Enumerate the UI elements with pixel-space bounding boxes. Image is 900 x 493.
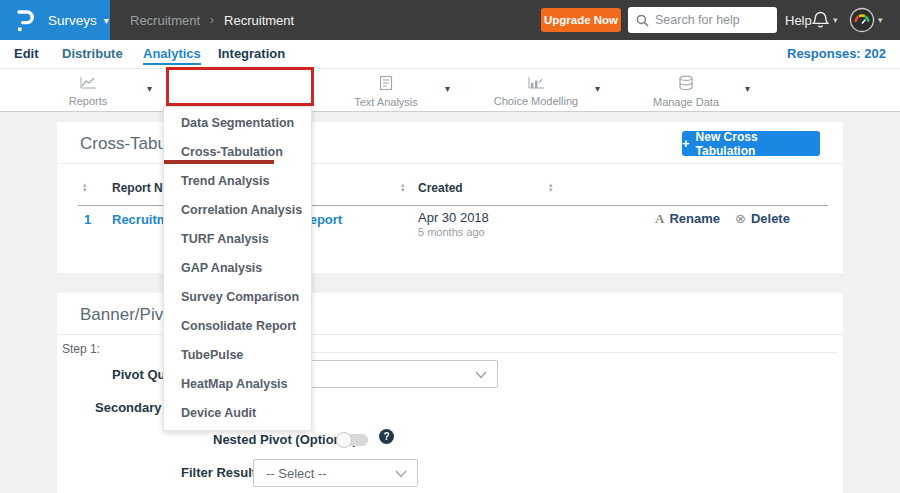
menu-item-correlation-analysis[interactable]: Correlation Analysis	[164, 196, 311, 225]
toolbar-reports-label: Reports	[69, 95, 108, 107]
sort-report-name[interactable]: ▴ ▾	[83, 183, 87, 192]
step-divider	[253, 352, 838, 353]
sort-down-icon: ▾	[549, 188, 553, 193]
search-input[interactable]	[655, 13, 767, 27]
menu-item-consolidate-report[interactable]: Consolidate Report	[164, 312, 311, 341]
menu-item-survey-comparison[interactable]: Survey Comparison	[164, 283, 311, 312]
toolbar-reports[interactable]: Reports ▾	[28, 69, 148, 112]
rename-icon: A	[655, 211, 664, 226]
menu-item-trend-analysis[interactable]: Trend Analysis	[164, 167, 311, 196]
responses-count[interactable]: Responses: 202	[787, 46, 886, 61]
sort-down-icon: ▾	[83, 188, 87, 193]
menu-item-heatmap-analysis[interactable]: HeatMap Analysis	[164, 370, 311, 399]
filter-result-select[interactable]: -- Select --	[253, 459, 418, 487]
chevron-down-icon[interactable]: ▾	[745, 83, 750, 94]
sort-down-icon: ▾	[401, 188, 405, 193]
sort-actions[interactable]: ▴ ▾	[549, 183, 553, 192]
questionpro-logo-icon	[14, 7, 36, 34]
database-icon	[678, 75, 694, 91]
line-chart-icon	[79, 75, 97, 90]
bell-icon	[811, 10, 830, 30]
toggle-knob	[336, 432, 352, 448]
rename-label: Rename	[669, 211, 720, 226]
breadcrumb: Recruitment › Recruitment	[130, 0, 294, 40]
menu-item-gap-analysis[interactable]: GAP Analysis	[164, 254, 311, 283]
search-icon	[636, 14, 649, 27]
row-number: 1	[84, 212, 91, 227]
new-cross-tabulation-button[interactable]: + New Cross Tabulation	[682, 131, 820, 156]
nested-pivot-toggle[interactable]	[338, 434, 368, 446]
breadcrumb-parent[interactable]: Recruitment	[130, 13, 200, 28]
top-bar: Surveys ▾ Recruitment › Recruitment Upgr…	[0, 0, 900, 40]
plus-icon: +	[682, 136, 690, 151]
chevron-down-icon: ▾	[104, 15, 109, 26]
nav-tab-distribute[interactable]: Distribute	[62, 46, 123, 61]
filter-result-label: Filter Result	[181, 465, 256, 480]
toolbar-choice-modelling-label: Choice Modelling	[494, 95, 578, 107]
account-menu[interactable]: ▾	[849, 0, 883, 40]
breadcrumb-separator-icon: ›	[210, 13, 214, 27]
breadcrumb-current: Recruitment	[224, 13, 294, 28]
product-switcher-label: Surveys	[48, 13, 97, 28]
chevron-down-icon[interactable]: ▾	[147, 83, 152, 94]
delete-button[interactable]: ⊗Delete	[735, 211, 790, 226]
menu-item-cross-tabulation[interactable]: Cross-Tabulation	[164, 138, 311, 167]
analysis-dropdown-menu: Data Segmentation Cross-Tabulation Trend…	[163, 106, 312, 431]
app-root: Surveys ▾ Recruitment › Recruitment Upgr…	[0, 0, 900, 493]
toolbar-text-analysis-label: Text Analysis	[354, 96, 418, 108]
nav-tab-edit[interactable]: Edit	[14, 46, 39, 61]
delete-circle-x-icon: ⊗	[735, 211, 746, 226]
help-search	[628, 7, 777, 33]
created-date: Apr 30 2018	[418, 210, 489, 225]
chevron-down-icon[interactable]: ▾	[445, 83, 450, 94]
chevron-down-icon[interactable]: ▾	[595, 83, 600, 94]
sort-created[interactable]: ▴ ▾	[401, 183, 405, 192]
toolbar-text-analysis[interactable]: Text Analysis ▾	[326, 69, 446, 112]
rename-button[interactable]: ARename	[655, 211, 720, 227]
toolbar-manage-data[interactable]: Manage Data ▾	[626, 69, 746, 112]
menu-item-data-segmentation[interactable]: Data Segmentation	[164, 109, 311, 138]
filter-result-value: -- Select --	[266, 466, 327, 481]
toolbar-choice-modelling[interactable]: Choice Modelling ▾	[476, 69, 596, 112]
chevron-down-icon	[475, 371, 487, 379]
help-tooltip-icon[interactable]: ?	[379, 429, 394, 444]
menu-item-turf-analysis[interactable]: TURF Analysis	[164, 225, 311, 254]
new-cross-tabulation-label: New Cross Tabulation	[696, 130, 820, 158]
chevron-down-icon: ▾	[833, 15, 838, 25]
toolbar-manage-data-label: Manage Data	[653, 96, 719, 108]
chevron-down-icon	[395, 470, 407, 478]
menu-item-device-audit[interactable]: Device Audit	[164, 399, 311, 428]
help-link[interactable]: Help	[785, 0, 812, 40]
nav-tab-analytics[interactable]: Analytics	[143, 46, 201, 65]
upgrade-now-button[interactable]: Upgrade Now	[541, 8, 621, 32]
created-relative: 5 months ago	[418, 226, 485, 238]
nav-tab-integration[interactable]: Integration	[218, 46, 285, 61]
avatar	[849, 7, 875, 33]
chevron-down-icon: ▾	[878, 15, 883, 25]
choice-modelling-chart-icon	[527, 75, 545, 90]
menu-item-tubepulse[interactable]: TubePulse	[164, 341, 311, 370]
text-document-icon	[379, 75, 393, 91]
step-label: Step 1:	[62, 342, 100, 356]
column-header-created: Created	[418, 181, 463, 195]
notifications-button[interactable]: ▾	[811, 0, 838, 40]
surveys-menu[interactable]: Surveys ▾	[0, 0, 110, 40]
delete-label: Delete	[751, 211, 790, 226]
survey-nav: Edit Distribute Analytics Integration Re…	[0, 40, 900, 68]
analytics-toolbar: Reports ▾ Analysis ▾ Text Analysis ▾	[0, 68, 900, 112]
